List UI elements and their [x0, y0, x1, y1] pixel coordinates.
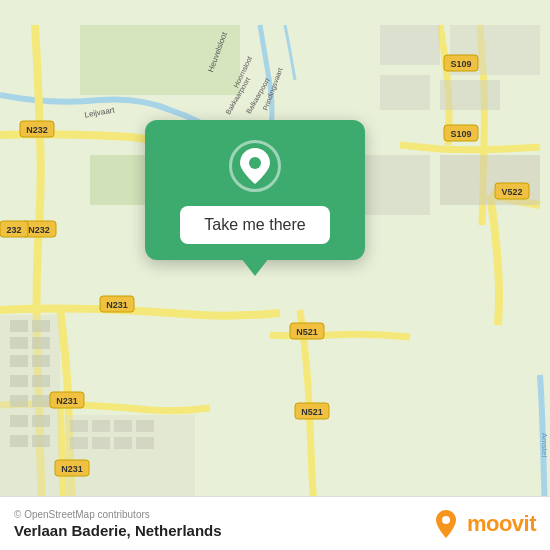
svg-rect-30 [136, 437, 154, 449]
svg-rect-21 [32, 435, 50, 447]
svg-rect-19 [32, 415, 50, 427]
moovit-logo: moovit [430, 508, 536, 540]
svg-rect-26 [136, 420, 154, 432]
svg-rect-13 [32, 355, 50, 367]
svg-rect-11 [32, 337, 50, 349]
svg-text:N521: N521 [301, 407, 323, 417]
svg-rect-14 [10, 375, 28, 387]
svg-text:Amstel: Amstel [540, 433, 549, 458]
svg-rect-12 [10, 355, 28, 367]
map-background: N232 N232 232 N231 N231 N231 S109 S109 N… [0, 0, 550, 550]
svg-text:N231: N231 [56, 396, 78, 406]
svg-rect-24 [92, 420, 110, 432]
svg-text:232: 232 [6, 225, 21, 235]
svg-rect-23 [70, 420, 88, 432]
svg-rect-8 [10, 320, 28, 332]
svg-text:N232: N232 [26, 125, 48, 135]
svg-rect-17 [32, 395, 50, 407]
svg-text:V522: V522 [501, 187, 522, 197]
svg-rect-27 [70, 437, 88, 449]
svg-text:S109: S109 [450, 129, 471, 139]
svg-rect-25 [114, 420, 132, 432]
svg-rect-4 [440, 80, 500, 110]
svg-rect-16 [10, 395, 28, 407]
svg-rect-20 [10, 435, 28, 447]
moovit-icon [430, 508, 462, 540]
svg-rect-9 [32, 320, 50, 332]
svg-text:N521: N521 [296, 327, 318, 337]
svg-rect-18 [10, 415, 28, 427]
svg-rect-1 [380, 25, 440, 65]
svg-rect-10 [10, 337, 28, 349]
map-container: N232 N232 232 N231 N231 N231 S109 S109 N… [0, 0, 550, 550]
copyright-text: © OpenStreetMap contributors [14, 509, 222, 520]
location-popup: Take me there [145, 120, 365, 260]
take-me-there-button[interactable]: Take me there [180, 206, 329, 244]
footer-bar: © OpenStreetMap contributors Verlaan Bad… [0, 496, 550, 550]
svg-rect-15 [32, 375, 50, 387]
location-name: Verlaan Baderie, Netherlands [14, 522, 222, 539]
svg-point-63 [249, 157, 261, 169]
location-icon-wrapper [229, 140, 281, 192]
svg-text:S109: S109 [450, 59, 471, 69]
moovit-brand-text: moovit [467, 511, 536, 537]
svg-rect-7 [0, 315, 60, 515]
svg-rect-29 [114, 437, 132, 449]
location-pin-icon [240, 148, 270, 184]
svg-rect-3 [380, 75, 430, 110]
svg-text:N231: N231 [61, 464, 83, 474]
svg-rect-28 [92, 437, 110, 449]
svg-point-64 [442, 516, 450, 524]
footer-left: © OpenStreetMap contributors Verlaan Bad… [14, 509, 222, 539]
svg-text:N232: N232 [28, 225, 50, 235]
svg-text:N231: N231 [106, 300, 128, 310]
